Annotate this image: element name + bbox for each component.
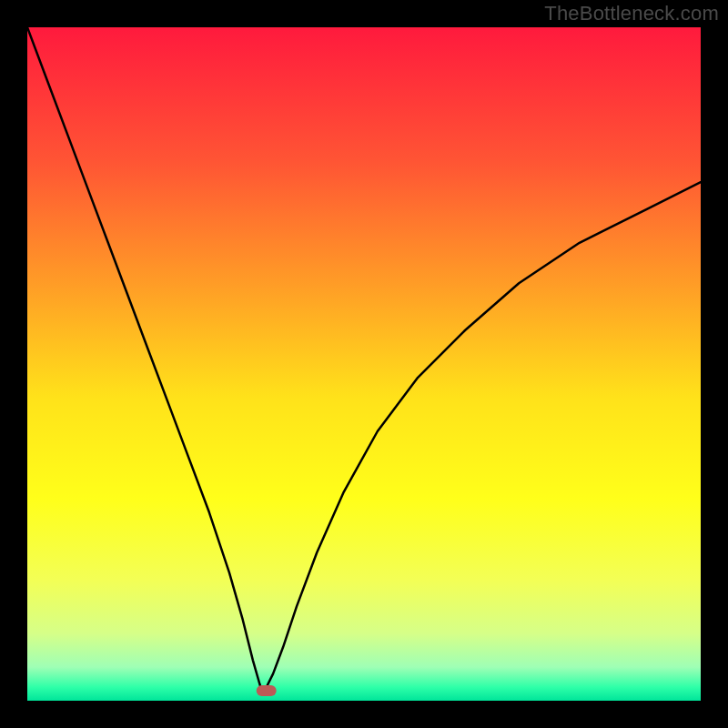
gradient-background <box>27 27 701 701</box>
chart-svg <box>27 27 701 701</box>
plot-area <box>27 27 701 701</box>
chart-container: TheBottleneck.com <box>0 0 728 728</box>
optimum-marker <box>257 685 277 696</box>
watermark-text: TheBottleneck.com <box>544 2 719 25</box>
